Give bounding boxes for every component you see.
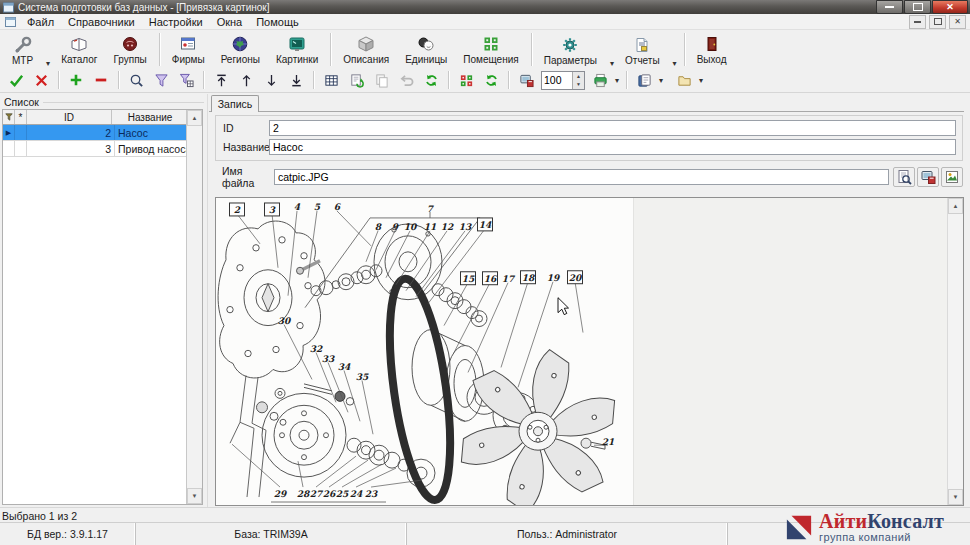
funnel-grid-icon	[179, 73, 194, 88]
plus-icon	[69, 73, 83, 87]
scroll-down-button[interactable]: ▼	[948, 489, 963, 505]
svg-text:6: 6	[334, 202, 342, 212]
mtr-button[interactable]: МТР	[4, 34, 41, 68]
units-masks-icon	[417, 35, 435, 53]
exit-button[interactable]: Выход	[689, 31, 735, 68]
group-grid-button[interactable]	[454, 69, 478, 91]
row-name: Насос	[115, 125, 195, 140]
go-first-button[interactable]	[209, 69, 233, 91]
minimize-button[interactable]	[876, 0, 903, 14]
check-icon	[9, 73, 24, 88]
table-row[interactable]: 3 Привод насоса	[3, 141, 202, 157]
maximize-button[interactable]	[904, 0, 931, 14]
cancel-button[interactable]	[29, 69, 53, 91]
grid-id-header[interactable]: ID	[27, 110, 112, 124]
recalc-button[interactable]	[344, 69, 368, 91]
printer-green-icon	[593, 73, 608, 88]
scroll-down-button[interactable]: ▼	[187, 488, 202, 504]
mdi-minimize-button[interactable]	[909, 15, 926, 29]
zoom-down-button[interactable]: ▼	[573, 80, 584, 89]
filter-settings-button[interactable]	[174, 69, 198, 91]
scroll-up-button[interactable]: ▲	[187, 110, 202, 126]
units-button[interactable]: Единицы	[397, 31, 455, 68]
load-image-button[interactable]	[941, 167, 963, 187]
folder-button[interactable]	[672, 69, 696, 91]
folder-dropdown-button[interactable]: ▾	[697, 76, 705, 85]
grid-filter-header[interactable]	[3, 110, 15, 124]
find-button[interactable]	[124, 69, 148, 91]
grid-marker-header[interactable]: *	[15, 110, 27, 124]
id-field[interactable]	[269, 120, 956, 136]
main-toolbar: МТР ▾ Каталог Группы Фирмы Регионы Карти…	[0, 30, 970, 70]
add-record-button[interactable]	[64, 69, 88, 91]
svg-text:5: 5	[314, 202, 321, 212]
zoom-control: ▲ ▼	[541, 71, 585, 90]
tab-record[interactable]: Запись	[211, 95, 259, 112]
refresh-button[interactable]	[419, 69, 443, 91]
table-view-button[interactable]	[319, 69, 343, 91]
firms-button[interactable]: Фирмы	[164, 31, 213, 68]
filter-button[interactable]	[149, 69, 173, 91]
mdi-restore-button[interactable]	[929, 15, 946, 29]
grid-name-header[interactable]: Название	[112, 110, 189, 124]
viewer-scrollbar[interactable]: ▲ ▼	[947, 198, 963, 505]
menu-directories[interactable]: Справочники	[61, 16, 142, 28]
refresh-all-button[interactable]	[479, 69, 503, 91]
viewer-empty-area	[634, 198, 947, 505]
cube-icon	[357, 35, 375, 53]
export-button[interactable]	[588, 69, 612, 91]
svg-text:11: 11	[424, 222, 437, 232]
exit-door-icon	[703, 35, 721, 53]
row-name: Привод насоса	[115, 141, 195, 156]
menu-settings[interactable]: Настройки	[142, 16, 210, 28]
pictures-button[interactable]: Картинки	[268, 31, 326, 68]
toolbar-separator	[330, 33, 331, 66]
list-caption: Список	[4, 96, 43, 108]
parameters-button[interactable]: Параметры	[536, 34, 605, 68]
mtr-dropdown-button[interactable]: ▾	[43, 59, 53, 68]
parameters-dropdown-button[interactable]: ▾	[607, 59, 617, 68]
save-image-button[interactable]	[917, 167, 939, 187]
cards-button[interactable]	[632, 69, 656, 91]
export-dropdown-button[interactable]: ▾	[613, 76, 621, 85]
go-next-button[interactable]	[259, 69, 283, 91]
catalog-button[interactable]: Каталог	[53, 31, 105, 68]
menu-windows[interactable]: Окна	[210, 16, 250, 28]
copy-button[interactable]	[369, 69, 393, 91]
cards-dropdown-button[interactable]: ▾	[657, 76, 665, 85]
filename-field[interactable]	[274, 169, 889, 185]
svg-text:24: 24	[350, 489, 363, 499]
mdi-close-button[interactable]: ✕	[949, 15, 966, 29]
descriptions-button[interactable]: Описания	[335, 31, 397, 68]
undo-button[interactable]	[394, 69, 418, 91]
confirm-button[interactable]	[4, 69, 28, 91]
grid-scrollbar[interactable]: ▲ ▼	[186, 110, 202, 504]
app-window: { "window": { "title": "Система подготов…	[0, 0, 970, 545]
toolbar-separator	[58, 71, 59, 89]
menu-file[interactable]: Файл	[20, 16, 61, 28]
screen-save-button[interactable]	[514, 69, 538, 91]
record-tabstrip: Запись	[209, 94, 964, 112]
go-last-button[interactable]	[284, 69, 308, 91]
svg-text:23: 23	[365, 489, 378, 499]
go-prev-button[interactable]	[234, 69, 258, 91]
zoom-up-button[interactable]: ▲	[573, 72, 584, 81]
name-field[interactable]	[269, 139, 956, 155]
reports-button[interactable]: Отчеты	[617, 34, 668, 68]
regions-button[interactable]: Регионы	[213, 31, 268, 68]
reports-dropdown-button[interactable]: ▾	[670, 59, 680, 68]
undo-icon	[399, 73, 414, 88]
table-row[interactable]: ▶ 2 Насос	[3, 125, 202, 141]
preview-image-button[interactable]	[893, 167, 915, 187]
diagram-image[interactable]: 2345678910111213141516171819203032333435…	[216, 198, 634, 505]
delete-record-button[interactable]	[89, 69, 113, 91]
menu-help[interactable]: Помощь	[249, 16, 306, 28]
rooms-button[interactable]: Помещения	[455, 31, 526, 68]
arrow-up-icon	[239, 73, 254, 88]
scroll-up-button[interactable]: ▲	[948, 198, 963, 214]
zoom-input[interactable]	[542, 72, 572, 89]
groups-button[interactable]: Группы	[105, 31, 154, 68]
close-button[interactable]: ✕	[932, 0, 968, 14]
brand-logo-icon	[785, 513, 813, 541]
row-id: 2	[27, 125, 115, 140]
